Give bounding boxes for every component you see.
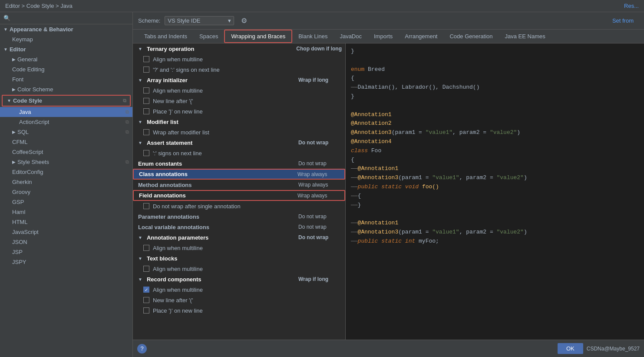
row-label: Modifier list <box>147 119 342 125</box>
code-line: enum Breed <box>351 65 639 74</box>
checkbox-new-line-lparen[interactable] <box>143 297 149 303</box>
row-align-multiline-ternary[interactable]: Align when multiline <box>133 54 345 64</box>
row-align-multiline-annotation[interactable]: Align when multiline <box>133 243 345 253</box>
tab-tabs-indents[interactable]: Tabs and Indents <box>138 30 193 43</box>
row-wrap-after-modifier[interactable]: Wrap after modifier list <box>133 127 345 137</box>
sidebar-item-jsp[interactable]: JSP <box>0 247 132 257</box>
row-method-annotations[interactable]: Method annotations Wrap always <box>133 180 345 190</box>
sidebar-item-label: JSP <box>12 249 23 255</box>
sidebar-item-label: Color Scheme <box>17 86 53 93</box>
checkbox-align-annotation[interactable] <box>143 245 149 251</box>
section-ternary[interactable]: ▼ Ternary operation Chop down if long <box>133 43 345 54</box>
sidebar-item-coffeescript[interactable]: CoffeeScript <box>0 147 132 157</box>
collapse-icon: ▼ <box>138 256 142 261</box>
sidebar-item-haml[interactable]: Haml <box>0 207 132 217</box>
tab-wrapping-braces[interactable]: Wrapping and Braces <box>224 30 292 43</box>
row-qmark-signs[interactable]: '?' and ':' signs on next line <box>133 64 345 75</box>
sidebar-item-editor[interactable]: ▼ Editor <box>0 44 132 54</box>
row-align-multiline-array[interactable]: Align when multiline <box>133 85 345 96</box>
row-colon-next[interactable]: ':' signs on next line <box>133 148 345 158</box>
sidebar-item-code-editing[interactable]: Code Editing <box>0 64 132 74</box>
section-array-init[interactable]: ▼ Array initializer Wrap if long <box>133 75 345 85</box>
sidebar-item-json[interactable]: JSON <box>0 237 132 247</box>
row-new-line-lparen[interactable]: New line after '(' <box>133 295 345 305</box>
row-local-var-annotations[interactable]: Local variable annotations Do not wrap <box>133 222 345 232</box>
row-enum-constants[interactable]: Enum constants Do not wrap <box>133 158 345 169</box>
row-label: Place '}' on new line <box>153 108 342 115</box>
row-field-annotations[interactable]: Field annotations Wrap always <box>133 190 345 201</box>
row-label: Annotation parameters <box>147 234 295 241</box>
sidebar-item-code-style[interactable]: ▼ Code Style ⧉ <box>2 95 131 107</box>
code-preview: } enum Breed { ——Dalmatian(), Labrador()… <box>346 43 644 340</box>
sidebar-item-gherkin[interactable]: Gherkin <box>0 177 132 187</box>
tab-javadoc[interactable]: JavaDoc <box>334 30 368 43</box>
checkbox-place-close-brace[interactable] <box>143 108 149 114</box>
row-new-line-brace[interactable]: New line after '{' <box>133 96 345 106</box>
code-line: @Annotation4 <box>351 137 639 147</box>
tab-code-generation[interactable]: Code Generation <box>443 30 499 43</box>
set-from-link[interactable]: Set from <box>612 17 639 24</box>
sidebar-item-style-sheets[interactable]: ▶ Style Sheets ⧉ <box>0 157 132 167</box>
reset-button[interactable]: Res... <box>624 3 639 9</box>
scheme-dropdown[interactable]: VS Style IDE ▾ <box>165 16 234 25</box>
sidebar-item-editorconfig[interactable]: EditorConfig <box>0 167 132 177</box>
row-label: Align when multiline <box>153 56 342 63</box>
checkbox-align-text[interactable] <box>143 266 149 272</box>
row-align-multiline-record[interactable]: ✓ Align when multiline <box>133 284 345 295</box>
sidebar-item-jspy[interactable]: JSPY <box>0 257 132 267</box>
sidebar-item-appearance[interactable]: ▼ Appearance & Behavior <box>0 24 132 34</box>
section-text-blocks[interactable]: ▼ Text blocks <box>133 253 345 264</box>
section-annotation-params[interactable]: ▼ Annotation parameters Do not wrap <box>133 232 345 243</box>
row-align-multiline-text[interactable]: Align when multiline <box>133 264 345 274</box>
help-button[interactable]: ? <box>137 344 147 354</box>
checkbox-new-line-brace[interactable] <box>143 98 149 104</box>
row-value: Wrap if long <box>298 276 342 282</box>
row-class-annotations[interactable]: Class annotations Wrap always <box>133 169 345 180</box>
sidebar-item-color-scheme[interactable]: ▶ Color Scheme <box>0 84 132 94</box>
tab-imports[interactable]: Imports <box>368 30 399 43</box>
ok-button[interactable]: OK <box>558 343 583 354</box>
tab-spaces[interactable]: Spaces <box>193 30 224 43</box>
sidebar-item-cfml[interactable]: CFML <box>0 137 132 147</box>
row-label: Text blocks <box>147 255 342 262</box>
sidebar-item-keymap[interactable]: Keymap <box>0 34 132 44</box>
section-modifier-list[interactable]: ▼ Modifier list <box>133 117 345 127</box>
checkbox-align-record[interactable]: ✓ <box>143 287 149 293</box>
row-param-annotations[interactable]: Parameter annotations Do not wrap <box>133 211 345 222</box>
sidebar-item-actionscript[interactable]: ActionScript ⧉ <box>0 117 132 127</box>
checkbox-qmark[interactable] <box>143 67 149 73</box>
row-label: Field annotations <box>139 192 294 199</box>
row-label: Align when multiline <box>153 87 342 94</box>
expand-icon: ▶ <box>12 130 16 134</box>
row-no-wrap-single[interactable]: Do not wrap after single annotation <box>133 201 345 211</box>
sidebar-item-html[interactable]: HTML <box>0 217 132 227</box>
tab-arrangement[interactable]: Arrangement <box>399 30 443 43</box>
sidebar-item-sql[interactable]: ▶ SQL ⧉ <box>0 127 132 137</box>
sidebar-item-groovy[interactable]: Groovy <box>0 187 132 197</box>
row-label: Ternary operation <box>147 46 293 52</box>
checkbox-align-array[interactable] <box>143 87 149 93</box>
checkbox-place-rparen[interactable] <box>143 307 149 314</box>
copy-icon: ⧉ <box>125 129 129 135</box>
sidebar-item-label: Code Style <box>13 97 42 104</box>
sidebar-item-java[interactable]: Java ⧉ <box>0 107 132 117</box>
tab-blank-lines[interactable]: Blank Lines <box>292 30 334 43</box>
checkbox-colon[interactable] <box>143 150 149 156</box>
tab-java-ee-names[interactable]: Java EE Names <box>499 30 552 43</box>
checkbox-align-multiline-ternary[interactable] <box>143 56 149 62</box>
row-place-close-brace[interactable]: Place '}' on new line <box>133 106 345 117</box>
row-label: Wrap after modifier list <box>153 129 342 136</box>
section-assert[interactable]: ▼ Assert statement Do not wrap <box>133 137 345 148</box>
gear-button[interactable]: ⚙ <box>238 16 250 26</box>
row-value: Wrap if long <box>298 77 342 83</box>
sidebar-item-javascript[interactable]: JavaScript <box>0 227 132 237</box>
checkbox-no-wrap-single[interactable] <box>143 203 149 209</box>
row-place-rparen[interactable]: Place ')' on new line <box>133 305 345 316</box>
checkbox-wrap-modifier[interactable] <box>143 129 149 135</box>
sidebar-item-font[interactable]: Font <box>0 74 132 84</box>
sidebar-search-bar[interactable]: 🔍 <box>0 12 132 24</box>
sidebar-item-general[interactable]: ▶ General <box>0 54 132 64</box>
section-record-components[interactable]: ▼ Record components Wrap if long <box>133 274 345 284</box>
sidebar-item-gsp[interactable]: GSP <box>0 197 132 207</box>
row-value: Do not wrap <box>298 234 342 240</box>
